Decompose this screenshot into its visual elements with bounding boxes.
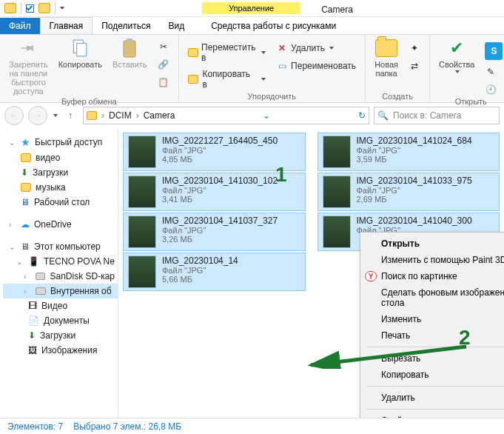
tree-label: Загрузки <box>40 330 75 341</box>
address-bar[interactable]: › DCIM › Camera ⌄ ↻ <box>83 107 369 124</box>
tree-item[interactable]: 🎞Видео <box>3 298 118 313</box>
copy-path-small-button[interactable]: 🔗 <box>155 57 172 72</box>
file-item[interactable]: IMG_20230104_141037_327Файл "JPG"3,26 МБ <box>123 213 306 251</box>
open-small-button[interactable]: S <box>482 41 504 61</box>
pin-to-quick-access-button[interactable]: Закрепить на панели быстрого доступа <box>6 36 51 97</box>
pin-icon <box>16 36 41 61</box>
thumbnail <box>323 176 351 208</box>
ctx-set-wallpaper[interactable]: Сделать фоновым изображением рабочего ст… <box>360 284 504 311</box>
file-item[interactable]: IMG_20230104_141033_975Файл "JPG"2,69 МБ <box>317 173 500 211</box>
ctx-open[interactable]: Открыть <box>360 236 504 252</box>
contextual-tab-header: Управление <box>202 2 300 14</box>
file-item[interactable]: IMG_20230104_14Файл "JPG"5,66 МБ <box>123 253 306 291</box>
tree-this-pc[interactable]: ⌄🖥Этот компьютер <box>3 239 118 254</box>
ctx-copy[interactable]: Копировать <box>360 367 504 383</box>
move-to-label: Переместить в <box>201 42 257 63</box>
tree-item[interactable]: ⌄📱TECNO POVA Ne <box>3 254 118 269</box>
chevron-down-icon <box>329 47 334 50</box>
properties-button[interactable]: ✔ Свойства <box>436 36 477 75</box>
ribbon-group-new: Новая папка ✦ ⇄ Создать <box>366 35 430 102</box>
downloads-icon: ⬇ <box>21 167 28 178</box>
copy-button[interactable]: Копировать <box>56 36 105 70</box>
paste-label: Вставить <box>112 60 147 69</box>
separator <box>366 409 504 410</box>
search-box[interactable]: 🔍 Поиск в: Camera <box>374 107 500 124</box>
qat-dropdown-icon[interactable] <box>60 7 64 10</box>
ribbon-group-open: ✔ Свойства S ✎ 🕘 Открыть <box>430 35 504 102</box>
file-size: 3,59 МБ <box>357 155 472 164</box>
tab-file[interactable]: Файл <box>0 18 40 34</box>
history-icon: 🕘 <box>485 84 497 96</box>
tree-item[interactable]: 🖼Изображения <box>3 343 118 358</box>
ctx-label: Изменить <box>381 314 421 324</box>
paste-icon <box>121 38 138 59</box>
new-folder-button[interactable]: Новая папка <box>372 36 401 79</box>
folder-icon[interactable] <box>4 3 16 13</box>
breadcrumb[interactable]: Camera <box>144 110 175 121</box>
history-dropdown-icon[interactable] <box>53 114 58 117</box>
ctx-label: Вырезать <box>381 353 420 364</box>
refresh-icon[interactable]: ↻ <box>358 110 366 121</box>
file-item[interactable]: IMG_20230104_141024_684Файл "JPG"3,59 МБ <box>317 133 500 171</box>
tree-item[interactable]: ›SanDisk SD-кар <box>3 269 118 284</box>
storage-icon <box>36 287 46 295</box>
ctx-label: Поиск по картинке <box>381 271 457 281</box>
tree-item[interactable]: ⬇Загрузки <box>3 328 118 343</box>
file-name: IMG_20230104_141040_300 <box>357 216 472 226</box>
ctx-yandex-search[interactable]: YПоиск по картинке <box>360 268 504 284</box>
up-button[interactable]: ↑ <box>62 107 78 124</box>
easy-access-button[interactable]: ⇄ <box>406 59 423 73</box>
folder-icon[interactable] <box>38 3 50 13</box>
tree-item[interactable]: видео <box>3 150 118 165</box>
tab-home[interactable]: Главная <box>40 17 93 34</box>
tree-item-selected[interactable]: ›Внутренняя об <box>3 284 118 298</box>
breadcrumb[interactable]: DCIM <box>109 110 132 121</box>
video-lib-icon: 🎞 <box>28 301 37 311</box>
ctx-print[interactable]: Печать <box>360 327 504 344</box>
tree-quick-access[interactable]: ⌄★Быстрый доступ <box>3 134 118 150</box>
address-dropdown-icon[interactable]: ⌄ <box>263 110 270 121</box>
tree-item[interactable]: 📄Документы <box>3 313 118 328</box>
edit-icon: ✎ <box>485 66 497 78</box>
tree-item[interactable]: ⬇Загрузки <box>3 165 118 180</box>
edit-small-button[interactable]: ✎ <box>482 64 504 79</box>
checkbox-icon[interactable] <box>26 4 34 13</box>
ctx-properties[interactable]: Свойства <box>360 413 504 418</box>
history-small-button[interactable]: 🕘 <box>482 82 504 97</box>
new-folder-icon <box>375 39 397 57</box>
paste-shortcut-small-button[interactable]: 📋 <box>155 75 172 90</box>
thumbnail <box>323 216 351 248</box>
back-button[interactable]: ← <box>4 106 24 125</box>
file-size: 3,26 МБ <box>162 235 278 244</box>
file-name: IMG_20230104_141037_327 <box>162 216 278 226</box>
window-title: Camera <box>321 2 353 15</box>
cut-small-button[interactable]: ✂ <box>155 39 172 54</box>
tab-share[interactable]: Поделиться <box>93 18 159 34</box>
ctx-paint3d[interactable]: Изменить с помощью Paint 3D <box>360 252 504 268</box>
tree-item[interactable]: музыка <box>3 180 118 195</box>
move-to-button[interactable]: Переместить в <box>185 41 269 64</box>
rename-button[interactable]: ▭Переименовать <box>273 59 359 73</box>
ctx-cut[interactable]: Вырезать <box>360 350 504 367</box>
ctx-delete[interactable]: Удалить <box>360 390 504 406</box>
paste-button[interactable]: Вставить <box>110 36 150 70</box>
tab-view[interactable]: Вид <box>159 18 193 34</box>
delete-button[interactable]: ✕Удалить <box>273 41 359 56</box>
new-item-button[interactable]: ✦ <box>406 41 423 56</box>
tree-item[interactable]: 🖥Рабочий стол <box>3 195 118 210</box>
rename-label: Переименовать <box>291 61 356 71</box>
chevron-down-icon <box>261 78 266 81</box>
copy-to-button[interactable]: Копировать в <box>185 67 269 91</box>
tree-label: OneDrive <box>34 219 72 230</box>
tab-picture-tools[interactable]: Средства работы с рисунками <box>202 18 345 34</box>
folder-arrow-icon <box>188 47 198 59</box>
ctx-edit[interactable]: Изменить <box>360 311 504 327</box>
forward-button[interactable]: → <box>28 106 47 125</box>
chevron-down-icon <box>261 51 266 54</box>
tree-onedrive[interactable]: ›☁OneDrive <box>3 217 118 232</box>
tree-label: Внутренняя об <box>50 286 112 296</box>
status-selection: Выбрано 7 элем.: 26,8 МБ <box>73 421 181 432</box>
svg-rect-1 <box>77 44 87 56</box>
ribbon-group-organize: Переместить в Копировать в ✕Удалить ▭Пер… <box>179 35 366 102</box>
copy-label: Копировать <box>58 60 102 69</box>
